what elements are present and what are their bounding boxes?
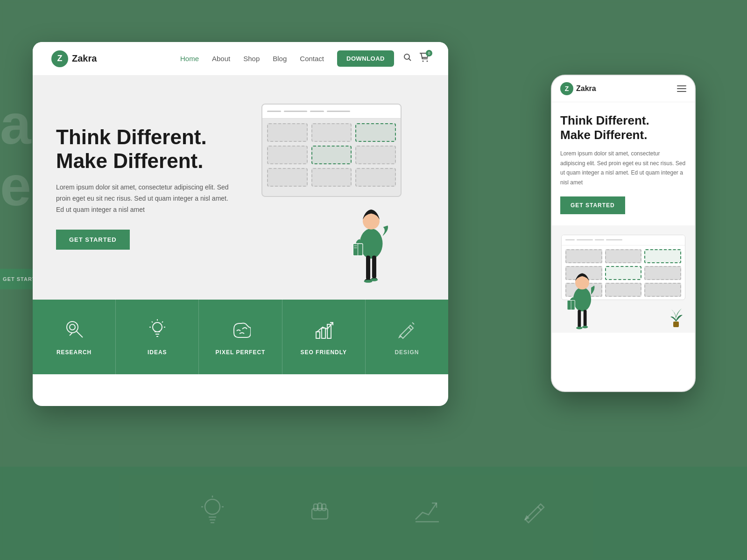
plant-decoration (667, 304, 685, 329)
mobile-hero-title: Think Different. Make Different. (560, 113, 686, 142)
cart-icon[interactable]: 0 (419, 53, 430, 64)
ideas-label: IDEAS (148, 349, 167, 356)
svg-point-29 (153, 322, 162, 332)
svg-line-34 (152, 322, 153, 322)
svg-point-24 (371, 278, 378, 281)
svg-point-0 (205, 499, 220, 514)
svg-line-10 (409, 59, 411, 61)
svg-point-11 (423, 61, 424, 62)
nav-links: Home About Shop Blog Contact (180, 55, 324, 63)
mobile-get-started-button[interactable]: GET STARTED (560, 196, 625, 214)
svg-point-9 (404, 54, 409, 59)
nav-home[interactable]: Home (180, 55, 199, 63)
mobile-brand-name: Zakra (576, 84, 596, 93)
svg-rect-19 (366, 256, 370, 280)
design-label: DESIGN (395, 349, 419, 356)
download-button[interactable]: DOWNLOAD (337, 50, 394, 67)
pixel-perfect-icon (230, 319, 251, 343)
hamburger-menu[interactable] (677, 85, 686, 92)
mobile-device: Z Zakra Think Different. Make Different.… (551, 75, 696, 392)
svg-rect-18 (354, 247, 357, 249)
feature-ideas: IDEAS (116, 300, 199, 374)
mobile-logo-area[interactable]: Z Zakra (560, 82, 677, 95)
nav-about[interactable]: About (212, 55, 230, 63)
svg-rect-6 (318, 503, 322, 511)
hero-character (341, 197, 402, 290)
nav-icons: 0 (403, 53, 430, 64)
svg-point-45 (576, 327, 583, 329)
hero-content: Think Different. Make Different. Lorem i… (56, 126, 233, 250)
feature-seo: SEO FRIENDLY (282, 300, 366, 374)
desktop-browser-window: Z Zakra Home About Shop Blog Contact DOW… (33, 42, 448, 406)
hero-description: Lorem ipsum dolor sit amet, consectetur … (56, 182, 233, 215)
desktop-nav: Z Zakra Home About Shop Blog Contact DOW… (33, 42, 448, 76)
logo-icon: Z (51, 50, 68, 67)
seo-icon (313, 319, 334, 343)
mobile-nav: Z Zakra (552, 76, 695, 102)
cart-badge: 0 (426, 50, 432, 56)
background-bottom-icons (0, 467, 747, 560)
svg-line-33 (162, 322, 163, 322)
svg-rect-7 (322, 504, 326, 511)
hero-illustration (252, 85, 430, 290)
design-icon (396, 319, 417, 343)
brand-name: Zakra (72, 53, 97, 64)
pixel-perfect-label: PIXEL PERFECT (216, 349, 266, 356)
mobile-character (561, 263, 603, 333)
feature-pixel-perfect: PIXEL PERFECT (199, 300, 282, 374)
svg-line-28 (70, 333, 72, 336)
nav-shop[interactable]: Shop (243, 55, 260, 63)
svg-point-12 (427, 61, 428, 62)
svg-rect-36 (322, 328, 325, 338)
research-icon (64, 319, 85, 343)
seo-label: SEO FRIENDLY (300, 349, 347, 356)
svg-line-38 (412, 322, 414, 324)
svg-line-26 (77, 331, 83, 337)
mobile-illustration-area (552, 225, 695, 333)
svg-rect-17 (354, 245, 357, 246)
mobile-logo-icon: Z (560, 82, 573, 95)
svg-rect-5 (314, 504, 317, 511)
nav-blog[interactable]: Blog (273, 55, 287, 63)
hero-section: Think Different. Make Different. Lorem i… (33, 76, 448, 300)
nav-contact[interactable]: Contact (300, 55, 324, 63)
bg-pencil-icon (518, 494, 551, 533)
svg-rect-43 (578, 310, 581, 328)
bg-fist-icon (303, 494, 336, 533)
bg-bulb-icon (196, 494, 229, 533)
get-started-button[interactable]: GET STARTED (56, 230, 130, 250)
feature-research: RESEARCH (33, 300, 116, 374)
svg-rect-44 (584, 310, 587, 326)
svg-rect-35 (316, 332, 320, 338)
ideas-icon (147, 319, 168, 343)
hero-title: Think Different. Make Different. (56, 126, 233, 173)
research-label: RESEARCH (56, 349, 92, 356)
svg-point-25 (67, 322, 78, 333)
bg-chart-icon (411, 494, 444, 533)
logo-area[interactable]: Z Zakra (51, 50, 97, 67)
feature-design: DESIGN (366, 300, 448, 374)
mobile-hero: Think Different. Make Different. Lorem i… (552, 102, 695, 225)
svg-point-39 (573, 287, 591, 311)
svg-rect-47 (673, 322, 679, 327)
screen-mockup (261, 104, 402, 197)
features-bar: RESEARCH IDEAS (33, 300, 448, 374)
svg-point-46 (582, 326, 588, 328)
svg-point-13 (359, 229, 382, 259)
svg-point-27 (70, 324, 75, 330)
svg-rect-20 (372, 256, 376, 278)
mobile-hero-description: Lorem ipsum dolor sit amet, consectetur … (560, 149, 686, 187)
search-icon[interactable] (403, 53, 412, 64)
